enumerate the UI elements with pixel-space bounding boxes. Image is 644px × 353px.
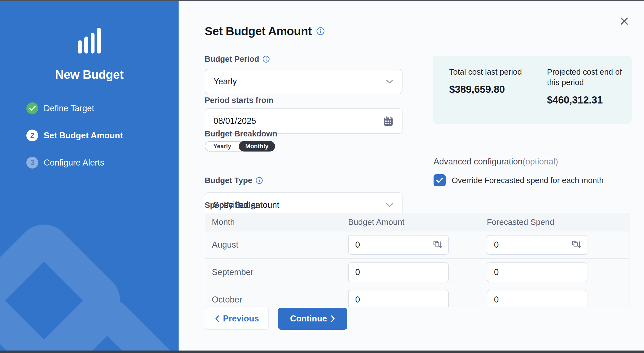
budget-period-select[interactable]: Yearly <box>205 69 402 94</box>
forecasted-spend-field <box>487 290 587 307</box>
new-budget-modal: New Budget Define Target 2 Set Budget Am… <box>0 0 644 353</box>
period-starts-input[interactable] <box>213 116 383 126</box>
previous-button[interactable]: Previous <box>205 308 269 330</box>
budget-period-value: Yearly <box>213 77 385 86</box>
calendar-icon[interactable] <box>383 115 394 127</box>
month-label: October <box>205 295 348 305</box>
forecasted-spend-input[interactable] <box>494 240 571 250</box>
step-label: Set Budget Amount <box>44 131 123 141</box>
budget-amount-input[interactable] <box>355 240 433 250</box>
column-header-month: Month <box>205 217 348 227</box>
specify-budget-label: Specify Budget <box>205 201 263 210</box>
wizard-sidebar: New Budget Define Target 2 Set Budget Am… <box>0 1 179 351</box>
info-icon[interactable] <box>262 55 270 63</box>
column-header-budget-amount: Budget Amount <box>348 217 487 227</box>
specify-budget-table: Month Budget Amount Forecasted Spend Aug… <box>205 213 629 307</box>
total-cost-value: $389,659.80 <box>449 84 534 95</box>
toggle-option-yearly[interactable]: Yearly <box>205 142 239 151</box>
previous-button-label: Previous <box>223 314 259 324</box>
chevron-left-icon <box>215 315 219 322</box>
month-label: September <box>205 267 348 277</box>
table-header-row: Month Budget Amount Forecasted Spend <box>205 213 629 231</box>
advanced-configuration-title: Advanced configuration(optional) <box>434 157 558 167</box>
table-row-october: October <box>205 286 629 307</box>
chevron-down-icon <box>385 203 394 208</box>
page-title: Set Budget Amount <box>205 24 312 38</box>
step-check-icon <box>26 102 38 114</box>
fill-down-icon[interactable] <box>571 240 581 250</box>
month-label: August <box>205 240 348 250</box>
brand: New Budget <box>0 28 179 82</box>
step-configure-alerts[interactable]: 3 Configure Alerts <box>26 157 123 169</box>
continue-button-label: Continue <box>290 314 327 324</box>
budget-amount-field <box>348 290 449 307</box>
fill-down-icon[interactable] <box>433 240 443 250</box>
forecasted-spend-input[interactable] <box>494 295 581 305</box>
table-row-september: September <box>205 259 629 286</box>
window-edge-top <box>0 0 644 1</box>
projected-cost-label: Projected cost end of this period <box>547 67 632 88</box>
window-edge-bottom <box>0 351 644 353</box>
forecasted-spend-field <box>487 262 587 282</box>
step-number-badge: 2 <box>26 130 38 141</box>
step-label: Define Target <box>44 103 94 113</box>
override-forecast-label: Override Forecasted spend for each month <box>452 176 604 185</box>
period-starts-label: Period starts from <box>205 96 273 105</box>
optional-hint: (optional) <box>523 157 558 166</box>
cost-summary-panel: Total cost last period $389,659.80 Proje… <box>433 56 632 124</box>
budget-period-label: Budget Period <box>205 55 259 64</box>
budget-amount-input[interactable] <box>355 295 443 305</box>
info-icon[interactable] <box>256 177 263 184</box>
continue-button[interactable]: Continue <box>278 308 347 330</box>
column-header-forecasted-spend: Forecasted Spend <box>487 217 629 227</box>
info-icon[interactable] <box>316 27 325 35</box>
forecasted-spend-field <box>487 235 587 255</box>
step-number-badge: 3 <box>26 157 38 169</box>
bar-chart-icon <box>0 28 179 54</box>
forecasted-spend-input[interactable] <box>494 267 581 277</box>
main-panel: Set Budget Amount Budget Period Yearly P… <box>179 1 644 351</box>
budget-breakdown-toggle: Yearly Monthly <box>205 141 275 152</box>
step-set-budget-amount[interactable]: 2 Set Budget Amount <box>26 130 123 141</box>
budget-amount-input[interactable] <box>355 267 443 277</box>
toggle-option-monthly[interactable]: Monthly <box>239 141 275 152</box>
step-label: Configure Alerts <box>44 158 104 168</box>
step-define-target[interactable]: Define Target <box>26 102 123 114</box>
budget-breakdown-label: Budget Breakdown <box>205 129 277 138</box>
budget-amount-field <box>348 262 449 282</box>
total-cost-label: Total cost last period <box>449 67 534 77</box>
table-row-august: August <box>205 231 629 259</box>
logo-watermark <box>0 229 179 351</box>
wizard-steps: Define Target 2 Set Budget Amount 3 Conf… <box>26 102 123 184</box>
projected-cost-value: $460,312.31 <box>547 94 632 106</box>
chevron-right-icon <box>331 315 335 322</box>
budget-amount-field <box>348 235 449 255</box>
override-forecast-checkbox[interactable] <box>434 174 446 186</box>
wizard-title: New Budget <box>0 68 179 82</box>
chevron-down-icon <box>385 79 394 84</box>
close-icon[interactable] <box>619 16 630 27</box>
budget-type-label: Budget Type <box>205 176 252 185</box>
